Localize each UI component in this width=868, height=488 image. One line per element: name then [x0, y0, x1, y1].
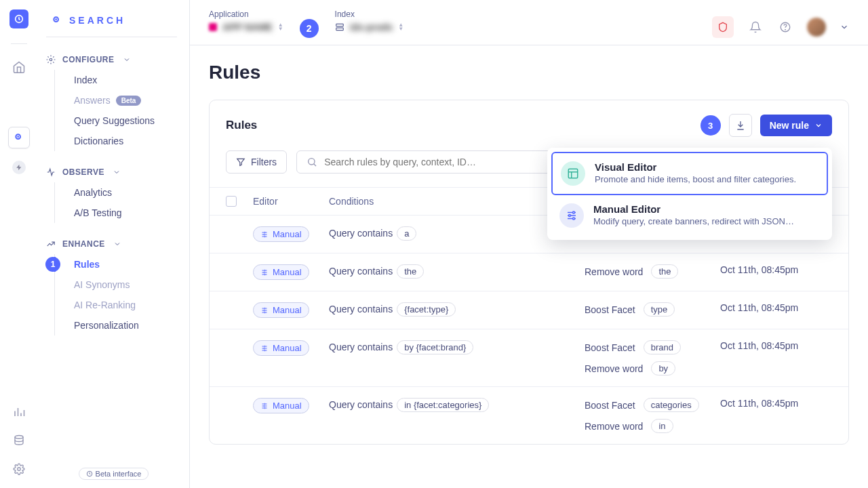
home-icon[interactable] [11, 59, 27, 75]
svg-point-4 [18, 468, 21, 471]
pulse-icon [46, 167, 56, 177]
svg-point-21 [264, 270, 266, 271]
svg-point-29 [264, 350, 266, 351]
clock-icon [86, 470, 93, 477]
nav-answers[interactable]: AnswersBeta [66, 90, 177, 110]
svg-point-3 [15, 436, 23, 439]
svg-point-31 [264, 405, 265, 407]
svg-rect-14 [568, 169, 578, 178]
nav-ai-reranking[interactable]: AI Re-Ranking [66, 295, 177, 315]
rules-badge: 1 [45, 257, 60, 272]
svg-point-17 [573, 218, 575, 220]
nav-ab-testing[interactable]: A/B Testing [66, 203, 177, 223]
section-configure[interactable]: CONFIGURE [46, 49, 177, 70]
search-icon [307, 157, 317, 167]
editor-tag: Manual [253, 302, 309, 318]
svg-point-30 [264, 403, 266, 405]
nav-rules[interactable]: 1 Rules [66, 254, 177, 274]
nav-index[interactable]: Index [66, 70, 177, 90]
svg-point-16 [569, 215, 571, 217]
main: Application APP NAME ▲▼ 2 Index idx-prod… [190, 0, 868, 488]
sidebar: SEARCH CONFIGURE Index AnswersBeta Query… [38, 0, 190, 488]
app-selector[interactable]: Application APP NAME ▲▼ [209, 9, 283, 33]
rules-panel: Rules 3 New rule Filters [209, 100, 849, 445]
svg-point-13 [309, 159, 315, 165]
svg-point-27 [264, 346, 266, 347]
svg-point-25 [264, 310, 265, 311]
editor-tag: Manual [253, 264, 309, 280]
select-all-checkbox[interactable] [226, 196, 237, 207]
data-icon[interactable] [11, 432, 27, 449]
security-alert-icon[interactable] [712, 16, 734, 38]
nav-personalization[interactable]: Personalization [66, 315, 177, 336]
editor-tag: Manual [253, 226, 309, 242]
section-enhance[interactable]: ENHANCE [46, 234, 177, 254]
editor-tag: Manual [253, 340, 309, 356]
nav-rail [0, 0, 38, 488]
svg-point-2 [17, 136, 19, 138]
nav-ai-synonyms[interactable]: AI Synonyms [66, 274, 177, 295]
download-button[interactable] [729, 114, 752, 137]
updown-icon[interactable]: ▲▼ [278, 23, 283, 31]
index-icon [335, 22, 344, 32]
search-product-icon[interactable] [8, 127, 30, 148]
updown-icon[interactable]: ▲▼ [398, 23, 403, 31]
svg-rect-10 [336, 28, 343, 30]
svg-point-15 [573, 211, 575, 214]
app-count-badge: 2 [300, 19, 319, 38]
svg-point-22 [264, 272, 265, 273]
analytics-icon[interactable] [11, 404, 27, 420]
chevron-down-icon[interactable] [840, 22, 849, 32]
chevron-down-icon [113, 240, 121, 248]
dropdown-manual-editor[interactable]: Manual Editor Modify query, create banne… [551, 195, 828, 236]
layout-icon [561, 161, 585, 186]
svg-point-26 [264, 312, 266, 313]
dropdown-visual-editor[interactable]: Visual Editor Promote and hide items, bo… [551, 152, 828, 195]
product-title: SEARCH [46, 9, 177, 37]
chevron-down-icon [113, 168, 121, 176]
svg-point-19 [264, 234, 265, 235]
svg-point-28 [264, 348, 265, 349]
gear-icon [46, 55, 56, 64]
trend-icon [46, 239, 56, 249]
recommend-icon[interactable] [12, 161, 26, 174]
new-rule-dropdown: Visual Editor Promote and hide items, bo… [547, 148, 832, 240]
app-color-icon [209, 23, 217, 31]
avatar[interactable] [807, 18, 826, 37]
index-selector[interactable]: Index idx-prods ▲▼ [335, 9, 404, 33]
brand-logo[interactable] [9, 9, 28, 28]
settings-icon[interactable] [11, 461, 27, 477]
svg-point-23 [264, 274, 266, 275]
topbar: Application APP NAME ▲▼ 2 Index idx-prod… [190, 0, 868, 45]
svg-point-7 [50, 58, 52, 61]
nav-query-suggestions[interactable]: Query Suggestions [66, 110, 177, 131]
filter-icon [236, 157, 245, 167]
svg-rect-9 [336, 24, 343, 26]
editor-tag: Manual [253, 398, 309, 413]
table-row[interactable]: Manual Query contains{facet:type} Boost … [210, 291, 848, 329]
svg-point-20 [264, 236, 266, 237]
svg-point-12 [785, 29, 786, 30]
filters-button[interactable]: Filters [226, 150, 287, 174]
page-title: Rules [209, 62, 849, 83]
nav-analytics[interactable]: Analytics [66, 182, 177, 203]
help-icon[interactable] [777, 19, 793, 35]
svg-point-6 [55, 18, 57, 20]
rule-count-badge: 3 [701, 115, 721, 136]
chevron-down-icon [123, 56, 131, 64]
table-row[interactable]: Manual Query containsby {facet:brand} Bo… [210, 329, 848, 386]
svg-point-18 [264, 232, 266, 233]
nav-dictionaries[interactable]: Dictionaries [66, 131, 177, 151]
section-observe[interactable]: OBSERVE [46, 162, 177, 182]
table-row[interactable]: Manual Query containsthe Remove wordthe … [210, 253, 848, 291]
table-row[interactable]: Manual Query containsin {facet:categorie… [210, 386, 848, 444]
chevron-down-icon [814, 121, 823, 129]
svg-point-32 [264, 407, 266, 409]
bell-icon[interactable] [747, 19, 764, 35]
svg-point-24 [264, 308, 266, 309]
beta-interface-badge[interactable]: Beta interface [79, 468, 149, 480]
sliders-icon [559, 203, 584, 228]
new-rule-button[interactable]: New rule [760, 115, 832, 136]
panel-title: Rules [226, 119, 257, 132]
